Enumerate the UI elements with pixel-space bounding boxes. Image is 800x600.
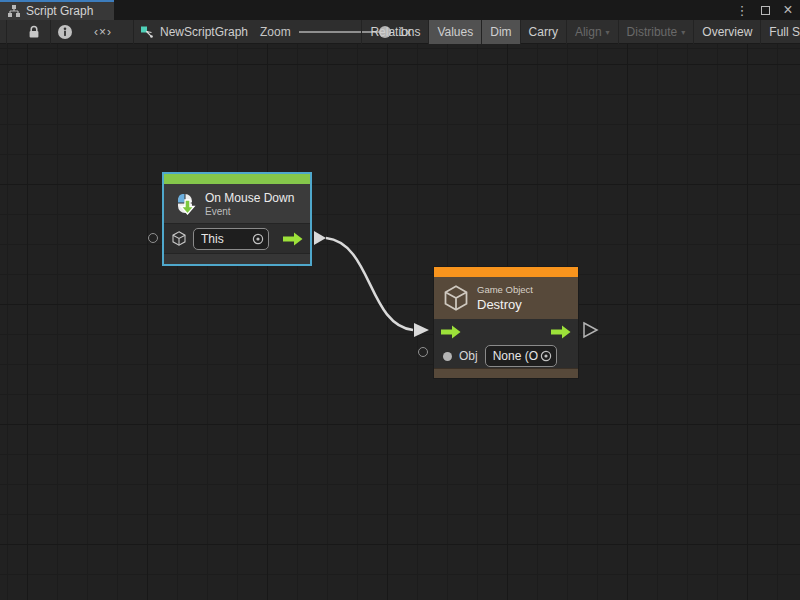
tab-title: Script Graph xyxy=(26,4,93,18)
connection-wire xyxy=(0,44,800,600)
obj-port-label: Obj xyxy=(459,349,478,363)
code-preview-button[interactable]: ‹×› xyxy=(78,20,128,44)
object-picker-icon[interactable] xyxy=(540,350,552,362)
zoom-label: Zoom xyxy=(260,25,291,39)
toolbar-separator xyxy=(50,20,51,44)
node-accent-strip xyxy=(164,174,310,184)
dim-button[interactable]: Dim xyxy=(481,20,519,44)
menu-icon[interactable]: ⋮ xyxy=(734,2,750,18)
distribute-button[interactable]: Distribute ▾ xyxy=(618,20,694,44)
node-destroy[interactable]: Game Object Destroy Obj None (O xyxy=(433,266,579,379)
value-port-dot[interactable] xyxy=(443,352,452,361)
object-picker-icon[interactable] xyxy=(252,233,264,245)
graph-canvas[interactable]: On Mouse Down Event This xyxy=(0,44,800,600)
values-button[interactable]: Values xyxy=(428,20,481,44)
close-icon[interactable]: × xyxy=(780,2,796,18)
node-header[interactable]: Game Object Destroy xyxy=(434,277,578,319)
node-trigger-row xyxy=(434,319,578,344)
node-footer xyxy=(434,368,578,378)
info-button[interactable] xyxy=(52,20,78,44)
trigger-output-arrow-icon[interactable] xyxy=(551,325,571,339)
graph-icon xyxy=(140,25,154,39)
node-title: Destroy xyxy=(477,297,533,312)
node-port-row: Obj None (O xyxy=(434,344,578,368)
maximize-icon[interactable] xyxy=(757,2,773,18)
trigger-output-arrow-icon[interactable] xyxy=(283,232,303,246)
chevron-down-icon: ▾ xyxy=(681,28,685,37)
window-controls: ⋮ × xyxy=(734,0,796,20)
fullscreen-button[interactable]: Full S xyxy=(760,20,800,44)
script-graph-window: Script Graph ⋮ × ‹×› xyxy=(0,0,800,600)
graph-name: NewScriptGraph xyxy=(160,25,248,39)
node-port-row: This xyxy=(164,223,310,253)
node-header[interactable]: On Mouse Down Event xyxy=(164,184,310,223)
overview-button[interactable]: Overview xyxy=(693,20,760,44)
node-on-mouse-down[interactable]: On Mouse Down Event This xyxy=(163,173,311,265)
node-category: Game Object xyxy=(477,284,533,295)
trigger-out-port-unconnected xyxy=(584,323,597,337)
trigger-input-arrow-icon[interactable] xyxy=(441,325,461,339)
chevron-down-icon: ▾ xyxy=(606,28,610,37)
toolbar-buttons: Relations Values Dim Carry Align ▾ Distr… xyxy=(361,20,800,44)
game-object-cube-icon xyxy=(442,283,470,313)
carry-button[interactable]: Carry xyxy=(520,20,566,44)
tab-bar: Script Graph ⋮ × xyxy=(0,0,800,20)
game-object-cube-icon xyxy=(171,230,187,247)
lock-icon xyxy=(27,24,41,40)
lock-button[interactable] xyxy=(20,20,48,44)
value-input-port[interactable] xyxy=(148,233,158,243)
node-subtitle: Event xyxy=(205,206,294,217)
script-graph-icon xyxy=(7,4,21,18)
trigger-out-port-connected xyxy=(314,231,326,245)
wire-arrowhead xyxy=(414,323,429,337)
node-accent-strip xyxy=(434,267,578,277)
tab-script-graph[interactable]: Script Graph xyxy=(0,0,114,20)
toolbar-separator xyxy=(6,20,7,44)
graph-toolbar: ‹×› NewScriptGraph Zoom 1x Relations Val… xyxy=(0,20,800,44)
obj-input-field[interactable]: None (O xyxy=(485,345,557,367)
node-footer xyxy=(164,253,310,264)
target-input-field[interactable]: This xyxy=(193,228,269,250)
toolbar-separator xyxy=(133,20,134,44)
mouse-down-icon xyxy=(172,191,198,217)
angle-brackets-icon: ‹×› xyxy=(94,25,112,39)
align-button[interactable]: Align ▾ xyxy=(566,20,618,44)
graph-name-breadcrumb[interactable]: NewScriptGraph xyxy=(140,20,248,44)
value-input-port[interactable] xyxy=(418,347,428,357)
relations-button[interactable]: Relations xyxy=(361,20,428,44)
node-title: On Mouse Down xyxy=(205,191,294,205)
info-icon xyxy=(57,24,73,40)
